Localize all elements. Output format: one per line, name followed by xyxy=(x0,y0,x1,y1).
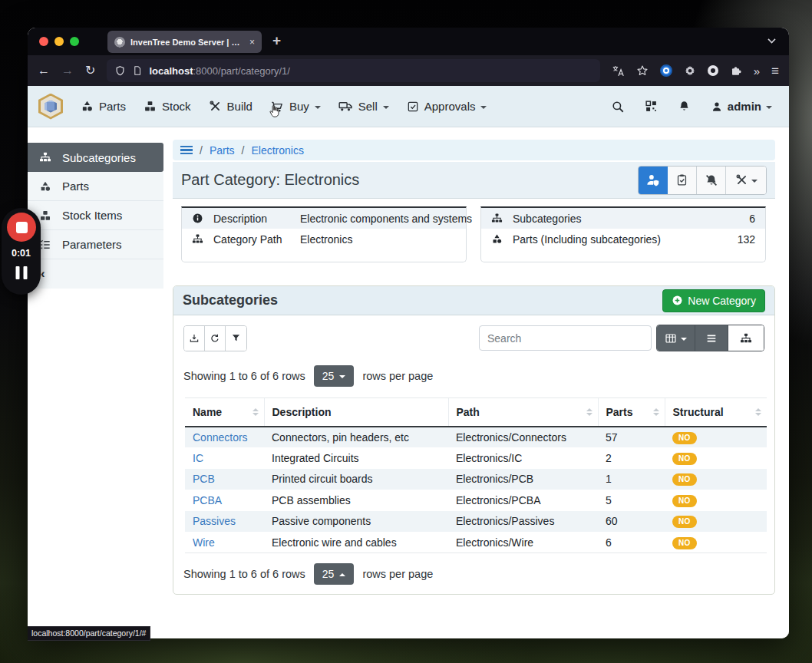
nav-build[interactable]: Build xyxy=(209,100,253,113)
col-header-name[interactable]: Name xyxy=(185,398,264,427)
unsubscribe-bell-slash-button[interactable] xyxy=(697,167,726,194)
nav-parts[interactable]: Parts xyxy=(81,100,126,113)
col-header-structural[interactable]: Structural xyxy=(665,398,767,427)
user-menu[interactable]: admin xyxy=(711,100,772,113)
view-toggle-group xyxy=(656,325,764,351)
pause-recording-button[interactable] xyxy=(15,266,27,279)
breadcrumb-electronics-link[interactable]: Electronics xyxy=(251,144,303,157)
new-tab-button[interactable]: + xyxy=(272,32,281,49)
section-title: Subcategories xyxy=(183,292,278,308)
table-row: IC Integrated Circuits Electronics/IC 2 … xyxy=(185,447,767,469)
structural-badge: NO xyxy=(672,453,697,465)
download-button[interactable] xyxy=(184,326,205,351)
window-close-button[interactable] xyxy=(39,37,48,46)
category-link[interactable]: Connectors xyxy=(185,427,264,448)
translate-icon[interactable] xyxy=(612,64,625,78)
truck-icon xyxy=(338,99,353,114)
chevron-down-icon xyxy=(339,375,345,378)
detail-row-parts-count: Parts (Including subcategories) 132 xyxy=(481,229,765,249)
columns-view-button[interactable] xyxy=(657,325,695,351)
sidebar-collapse-button[interactable]: ‹ xyxy=(28,259,163,289)
overflow-chevrons-icon[interactable]: » xyxy=(754,65,760,77)
col-header-description[interactable]: Description xyxy=(264,398,448,427)
sort-icon xyxy=(253,408,259,416)
nav-approvals[interactable]: Approvals xyxy=(407,100,487,113)
new-category-button[interactable]: New Category xyxy=(662,289,765,312)
category-link[interactable]: PCBA xyxy=(185,490,264,511)
list-view-button[interactable] xyxy=(695,325,728,351)
window-minimize-button[interactable] xyxy=(54,37,64,46)
status-bar-link-preview: localhost:8000/part/category/1/# xyxy=(28,626,150,641)
forward-button[interactable]: → xyxy=(61,64,74,77)
chevron-down-icon xyxy=(681,338,687,341)
shapes-icon xyxy=(39,180,51,193)
stop-recording-button[interactable] xyxy=(7,213,36,242)
shapes-icon xyxy=(491,233,503,245)
category-link[interactable]: IC xyxy=(185,447,264,469)
table-row: PCBA PCB assemblies Electronics/PCBA 5 N… xyxy=(185,490,767,511)
page-size-dropdown[interactable]: 25 xyxy=(314,563,355,585)
details-card-right: Subcategories 6 Parts (Including subcate… xyxy=(480,206,766,262)
packages-icon xyxy=(144,100,157,113)
structural-badge: NO xyxy=(672,537,697,549)
chevron-down-icon xyxy=(383,106,389,109)
tab-title: InvenTree Demo Server | Part Ca xyxy=(130,38,244,47)
admin-user-shield-button[interactable] xyxy=(639,167,668,194)
tracking-shield-icon[interactable] xyxy=(114,65,126,77)
back-button[interactable]: ← xyxy=(38,64,50,77)
nav-sell[interactable]: Sell xyxy=(338,99,389,114)
address-bar[interactable]: localhost:8000/part/category/1/ xyxy=(107,59,599,82)
tab-close-icon[interactable]: × xyxy=(249,38,255,47)
breadcrumb-parts-link[interactable]: Parts xyxy=(210,144,235,157)
subcategories-panel-header: Subcategories New Category xyxy=(173,286,774,315)
window-zoom-button[interactable] xyxy=(70,37,79,46)
bookmark-star-icon[interactable] xyxy=(636,64,649,77)
breadcrumb-menu-icon[interactable] xyxy=(180,146,193,154)
username: admin xyxy=(728,100,761,113)
col-header-parts[interactable]: Parts xyxy=(598,398,665,427)
notifications-bell-icon[interactable] xyxy=(678,100,691,113)
filter-button[interactable] xyxy=(226,326,246,351)
sort-icon xyxy=(755,408,761,416)
refresh-button[interactable] xyxy=(205,326,226,351)
page-size-dropdown[interactable]: 25 xyxy=(314,365,355,387)
browser-tab[interactable]: InvenTree Demo Server | Part Ca × xyxy=(107,31,262,53)
password-manager-icon[interactable] xyxy=(660,64,672,77)
browser-window: InvenTree Demo Server | Part Ca × + ← → … xyxy=(28,28,789,638)
desktop-wallpaper: InvenTree Demo Server | Part Ca × + ← → … xyxy=(0,0,812,663)
sidebar-item-subcategories[interactable]: Subcategories xyxy=(28,143,163,172)
tab-favicon xyxy=(114,37,125,48)
reload-button[interactable]: ↻ xyxy=(85,64,95,77)
app-menu-icon[interactable]: ≡ xyxy=(771,64,779,78)
tab-overflow-chevron-icon[interactable] xyxy=(767,35,775,43)
inventree-logo[interactable] xyxy=(38,94,63,120)
circle-extension-icon[interactable] xyxy=(708,65,718,76)
sitemap-icon xyxy=(491,213,503,224)
detail-row-subcategories: Subcategories 6 xyxy=(481,208,765,229)
category-link[interactable]: Wire xyxy=(185,532,264,553)
sidebar-item-parts[interactable]: Parts xyxy=(28,172,163,201)
search-icon[interactable] xyxy=(611,100,625,114)
col-header-path[interactable]: Path xyxy=(448,398,598,427)
sidebar-item-stock-items[interactable]: Stock Items xyxy=(28,201,163,230)
chevron-down-icon xyxy=(480,106,487,109)
sidebar-item-parameters[interactable]: Parameters xyxy=(28,230,163,259)
chevron-up-icon xyxy=(339,573,345,576)
hand-cursor xyxy=(267,104,282,122)
extensions-puzzle-icon[interactable] xyxy=(730,64,742,77)
rows-per-page-text: rows per page xyxy=(362,370,433,382)
tree-view-button[interactable] xyxy=(728,325,764,351)
category-link[interactable]: Passives xyxy=(185,511,264,533)
detail-row-description: Description Electronic components and sy… xyxy=(182,208,466,229)
structural-badge: NO xyxy=(672,432,697,444)
gear-extension-icon[interactable] xyxy=(684,64,696,77)
page-info-icon[interactable] xyxy=(132,65,143,76)
category-options-button[interactable] xyxy=(726,167,766,194)
stocktake-clipboard-button[interactable] xyxy=(668,167,697,194)
nav-stock[interactable]: Stock xyxy=(144,100,191,113)
breadcrumb: / Parts / Electronics xyxy=(173,140,775,160)
search-input[interactable] xyxy=(479,325,652,351)
barcode-scan-icon[interactable] xyxy=(645,100,658,113)
app-navbar: Parts Stock Build Buy Sell xyxy=(28,86,789,127)
category-link[interactable]: PCB xyxy=(185,469,264,490)
